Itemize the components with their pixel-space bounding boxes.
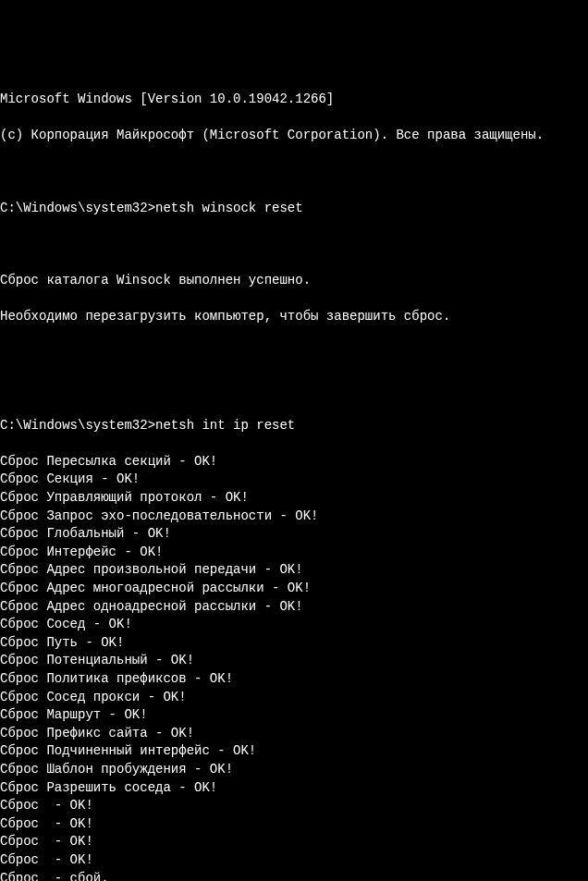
prompt-2: C:\Windows\system32> [0,418,155,433]
reset-output-line: Сброс Секция - OK! [0,471,588,489]
reset-output-line: Сброс Адрес произвольной передачи - OK! [0,561,588,580]
reset-output-line: Сброс Политика префиксов - OK! [0,670,588,689]
reset-output-line: Сброс Запрос эхо-последовательности - OK… [0,508,588,526]
copyright-line: (c) Корпорация Майкрософт (Microsoft Cor… [0,127,588,145]
reset-output-line: Сброс - OK! [0,851,588,870]
reset-output-line: Сброс Глобальный - OK! [0,525,588,544]
reset-output-line: Сброс - OK! [0,833,588,851]
reset-output-line: Сброс Сосед прокси - OK! [0,689,588,707]
winsock-result-1: Сброс каталога Winsock выполнен успешно. [0,272,588,290]
reset-output-line: Сброс Префикс сайта - OK! [0,725,588,743]
prompt-line-2: C:\Windows\system32>netsh int ip reset [0,417,588,435]
reset-output-line: Сброс Подчиненный интерфейс - OK! [0,742,588,761]
reset-output-block: Сброс Пересылка секций - OK!Сброс Секция… [0,453,588,881]
reset-output-line: Сброс Потенциальный - OK! [0,652,588,670]
reset-output-line: Сброс Пересылка секций - OK! [0,453,588,471]
reset-output-line: Сброс - сбой. [0,870,588,882]
command-2: netsh int ip reset [155,418,295,433]
command-1: netsh winsock reset [155,201,303,215]
reset-output-line: Сброс - OK! [0,815,588,834]
blank-line [0,236,588,254]
prompt-line-1: C:\Windows\system32>netsh winsock reset [0,200,588,218]
reset-output-line: Сброс Сосед - OK! [0,616,588,634]
reset-output-line: Сброс - OK! [0,797,588,815]
reset-output-line: Сброс Шаблон пробуждения - OK! [0,761,588,779]
reset-output-line: Сброс Адрес одноадресной рассылки - OK! [0,598,588,617]
winsock-result-2: Необходимо перезагрузить компьютер, чтоб… [0,308,588,326]
blank-line [0,380,588,398]
reset-output-line: Сброс Путь - OK! [0,634,588,653]
reset-output-line: Сброс Управляющий протокол - OK! [0,489,588,508]
blank-line [0,344,588,362]
reset-output-line: Сброс Интерфейс - OK! [0,544,588,562]
terminal-window[interactable]: Microsoft Windows [Version 10.0.19042.12… [0,72,588,881]
reset-output-line: Сброс Адрес многоадресной рассылки - OK! [0,580,588,598]
version-line: Microsoft Windows [Version 10.0.19042.12… [0,91,588,109]
prompt-1: C:\Windows\system32> [0,201,155,215]
blank-line [0,163,588,181]
reset-output-line: Сброс Разрешить соседа - OK! [0,779,588,798]
reset-output-line: Сброс Маршрут - OK! [0,706,588,725]
